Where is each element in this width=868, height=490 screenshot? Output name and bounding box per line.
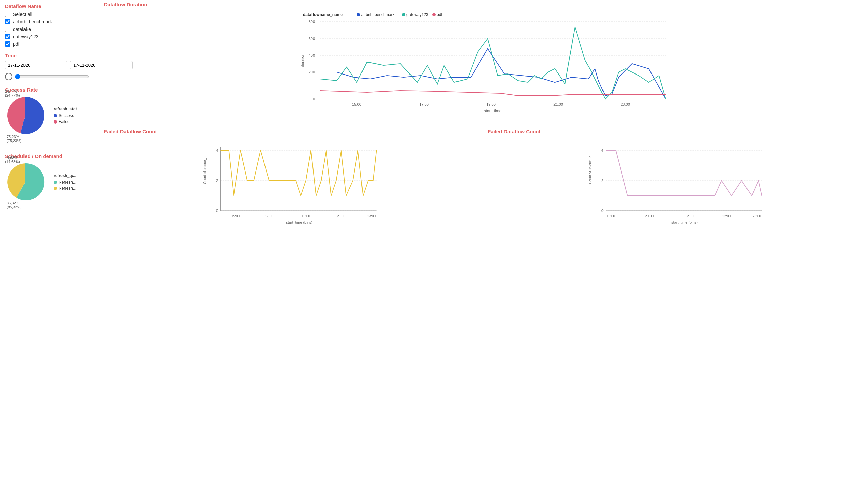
scheduled-pie-chart — [5, 162, 45, 202]
failed-count-2-section: Failed Dataflow Count Count of unique_id… — [484, 128, 865, 232]
pdf-checkbox[interactable] — [5, 41, 10, 47]
duration-chart-svg: dataflowname_name airbnb_benchmark gatew… — [104, 10, 865, 121]
gateway-checkbox[interactable] — [5, 34, 10, 39]
time-section: Time — [5, 53, 96, 80]
svg-text:4: 4 — [216, 149, 218, 152]
svg-text:19:00: 19:00 — [486, 102, 496, 106]
svg-point-5 — [432, 13, 436, 17]
svg-text:15:00: 15:00 — [231, 214, 240, 218]
svg-text:21:00: 21:00 — [337, 214, 345, 218]
success-pie-area: 24,77%(24,77%) 75,23%(75,23%) refresh_st… — [5, 95, 96, 136]
scheduled-legend: refresh_ty... Refresh... Refresh... — [54, 173, 76, 192]
duration-chart-section: Dataflow Duration dataflowname_name airb… — [104, 2, 865, 122]
duration-chart-title: Dataflow Duration — [104, 2, 865, 7]
success-dot — [54, 114, 57, 118]
airbnb-item[interactable]: airbnb_benchmark — [5, 19, 96, 25]
success-legend-failed: Failed — [54, 120, 80, 124]
scheduled-legend-title: refresh_ty... — [54, 173, 76, 178]
failed-count-2-svg: Count of unique_id 4 2 0 19:00 20:00 21:… — [488, 137, 865, 231]
svg-text:gateway123: gateway123 — [406, 12, 428, 17]
pdf-label: pdf — [13, 41, 20, 47]
gateway-label: gateway123 — [13, 34, 39, 39]
airbnb-checkbox[interactable] — [5, 19, 10, 25]
datalake-label: datalake — [13, 27, 31, 32]
scheduled-pie-container: 14,68%(14,68%) 85,32%(85,32%) — [5, 162, 45, 203]
pdf-item[interactable]: pdf — [5, 41, 96, 47]
scheduled-outer-label-large: 85,32%(85,32%) — [7, 201, 22, 209]
gateway-item[interactable]: gateway123 — [5, 34, 96, 39]
svg-text:start_time: start_time — [484, 109, 502, 114]
success-outer-label-failed: 24,77%(24,77%) — [5, 89, 20, 97]
slider-handle[interactable] — [5, 73, 12, 80]
failed-count-1-title: Failed Dataflow Count — [104, 128, 477, 134]
svg-text:pdf: pdf — [437, 12, 442, 17]
svg-text:duration: duration — [301, 54, 304, 67]
svg-text:0: 0 — [216, 209, 218, 213]
scheduled-dot-2 — [54, 187, 57, 190]
airbnb-label: airbnb_benchmark — [13, 19, 52, 25]
svg-text:23:00: 23:00 — [752, 214, 761, 218]
svg-text:0: 0 — [313, 97, 315, 101]
scheduled-legend-1: Refresh... — [54, 180, 76, 185]
svg-text:400: 400 — [309, 53, 315, 57]
failed-dot — [54, 120, 57, 123]
svg-text:600: 600 — [309, 37, 315, 41]
success-label: Success — [59, 114, 74, 118]
select-all-label: Select all — [13, 12, 32, 17]
svg-text:2: 2 — [216, 179, 218, 183]
svg-text:Count of unique_id: Count of unique_id — [588, 156, 592, 184]
svg-text:17:00: 17:00 — [265, 214, 273, 218]
date-start-input[interactable] — [5, 61, 67, 69]
svg-text:200: 200 — [309, 70, 315, 74]
svg-text:19:00: 19:00 — [302, 214, 310, 218]
svg-text:15:00: 15:00 — [352, 102, 362, 106]
failed-count-2-title: Failed Dataflow Count — [488, 128, 865, 134]
scheduled-dot-1 — [54, 181, 57, 184]
svg-text:23:00: 23:00 — [621, 102, 630, 106]
scheduled-legend-2: Refresh... — [54, 186, 76, 191]
svg-text:Count of unique_id: Count of unique_id — [203, 156, 207, 184]
svg-text:airbnb_benchmark: airbnb_benchmark — [361, 12, 395, 17]
datalake-checkbox[interactable] — [5, 27, 10, 32]
bottom-charts: Failed Dataflow Count Count of unique_id… — [104, 128, 865, 232]
success-legend-success: Success — [54, 114, 80, 118]
success-legend: refresh_stat... Success Failed — [54, 107, 80, 125]
svg-text:start_time (bins): start_time (bins) — [671, 220, 698, 224]
failed-count-1-svg: Count of unique_id 4 2 0 15:00 17:00 19:… — [104, 137, 477, 231]
svg-text:22:00: 22:00 — [722, 214, 731, 218]
time-title: Time — [5, 53, 96, 58]
svg-text:0: 0 — [601, 209, 603, 213]
success-outer-label-success: 75,23%(75,23%) — [7, 134, 22, 143]
success-legend-title: refresh_stat... — [54, 107, 80, 112]
scheduled-label-1: Refresh... — [59, 180, 76, 185]
svg-point-1 — [357, 13, 360, 17]
svg-text:21:00: 21:00 — [554, 102, 563, 106]
select-all-checkbox[interactable] — [5, 12, 10, 17]
svg-text:20:00: 20:00 — [645, 214, 653, 218]
svg-text:23:00: 23:00 — [367, 214, 376, 218]
success-pie-chart — [5, 95, 45, 135]
failed-count-1-section: Failed Dataflow Count Count of unique_id… — [104, 128, 484, 232]
datalake-item[interactable]: datalake — [5, 27, 96, 32]
svg-text:4: 4 — [601, 149, 603, 152]
svg-text:800: 800 — [309, 20, 315, 24]
scheduled-section: Scheduled / On demand 14,68%(14,68%) 85,… — [5, 153, 96, 203]
scheduled-label-2: Refresh... — [59, 186, 76, 191]
svg-text:17:00: 17:00 — [419, 102, 429, 106]
svg-text:2: 2 — [601, 179, 603, 183]
svg-text:start_time (bins): start_time (bins) — [286, 220, 312, 224]
time-slider-container — [5, 73, 96, 80]
svg-text:21:00: 21:00 — [687, 214, 695, 218]
success-rate-section: Success Rate 24,77%(24,77%) 75,23%(75,23… — [5, 87, 96, 136]
select-all-item[interactable]: Select all — [5, 12, 96, 17]
time-range-slider[interactable] — [15, 74, 89, 79]
dataflow-name-title: Dataflow Name — [5, 3, 96, 9]
scheduled-outer-label-small: 14,68%(14,68%) — [5, 156, 20, 164]
svg-text:19:00: 19:00 — [607, 214, 615, 218]
svg-text:dataflowname_name: dataflowname_name — [303, 12, 343, 17]
svg-point-3 — [402, 13, 405, 17]
success-pie-container: 24,77%(24,77%) 75,23%(75,23%) — [5, 95, 45, 136]
time-inputs — [5, 61, 96, 69]
scheduled-pie-area: 14,68%(14,68%) 85,32%(85,32%) refresh_ty… — [5, 162, 96, 203]
failed-label: Failed — [59, 120, 70, 124]
